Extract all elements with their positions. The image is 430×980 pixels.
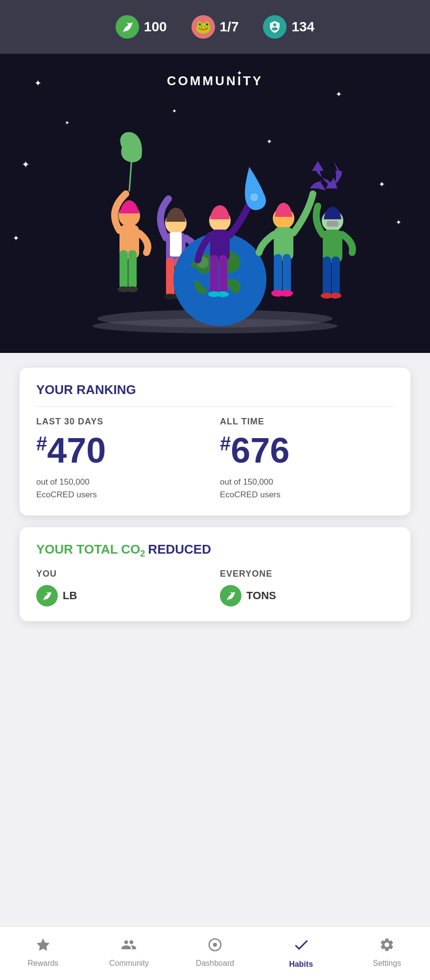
svg-point-29 — [280, 290, 293, 297]
shield-stat: 134 — [263, 15, 314, 39]
community-icon — [121, 937, 137, 956]
shield-icon — [263, 15, 287, 39]
svg-point-7 — [126, 286, 138, 292]
ranking-last-30: LAST 30 DAYS #470 out of 150,000EcoCRED … — [36, 417, 210, 501]
svg-rect-4 — [119, 250, 128, 289]
ranking-divider — [36, 406, 394, 407]
svg-rect-11 — [166, 257, 174, 297]
shield-value: 134 — [291, 19, 314, 35]
leaves-stat: 100 — [116, 15, 167, 39]
ranking-card: YOUR RANKING LAST 30 DAYS #470 out of 15… — [20, 368, 410, 515]
community-illustration — [48, 103, 382, 338]
habits-label: Habits — [289, 960, 313, 969]
leaves-value: 100 — [144, 19, 167, 35]
star-5: ✦ — [22, 159, 30, 170]
frog-value: 1/7 — [220, 19, 239, 35]
co2-you-unit: LB — [63, 589, 77, 602]
co2-everyone-value: TONS — [220, 585, 394, 607]
top-bar: 100 🐸 1/7 134 — [0, 0, 430, 54]
star-3: ✦ — [335, 90, 342, 99]
star-9: ✦ — [13, 233, 19, 243]
ranking-grid: LAST 30 DAYS #470 out of 150,000EcoCRED … — [36, 417, 394, 501]
nav-community[interactable]: Community — [86, 937, 172, 968]
co2-everyone-label: EVERYONE — [220, 569, 394, 579]
settings-icon — [379, 937, 395, 956]
svg-rect-26 — [274, 254, 282, 293]
ranking-desc-1: out of 150,000EcoCRED users — [220, 476, 394, 501]
svg-point-38 — [213, 943, 217, 947]
hero-section: COMMUNITY ✦ ✦ ✦ ✦ ✦ ✦ ✦ ✦ ✦ ✦ ✦ — [0, 54, 430, 353]
frog-stat: 🐸 1/7 — [191, 15, 239, 39]
co2-you-label: YOU — [36, 569, 210, 579]
svg-line-1 — [129, 157, 132, 191]
svg-rect-33 — [323, 257, 331, 296]
ranking-all-time: ALL TIME #676 out of 150,000EcoCRED user… — [220, 417, 394, 501]
svg-rect-34 — [332, 257, 340, 296]
rewards-icon — [35, 937, 51, 956]
rewards-label: Rewards — [27, 959, 58, 968]
svg-rect-31 — [327, 221, 338, 227]
page-title: COMMUNITY — [167, 73, 263, 89]
co2-title-blue: REDUCED — [148, 542, 211, 557]
star-8: ✦ — [396, 218, 402, 226]
characters-svg — [73, 118, 357, 328]
settings-label: Settings — [373, 959, 401, 968]
community-label: Community — [109, 959, 149, 968]
dashboard-label: Dashboard — [196, 959, 234, 968]
frog-icon: 🐸 — [191, 15, 215, 39]
svg-rect-5 — [128, 250, 137, 289]
co2-everyone-icon — [220, 585, 241, 607]
content-spacer — [20, 633, 410, 911]
co2-everyone-column: EVERYONE TONS — [220, 569, 394, 607]
co2-you-column: YOU LB — [36, 569, 210, 607]
nav-rewards[interactable]: Rewards — [0, 937, 86, 968]
svg-rect-19 — [210, 255, 218, 294]
bottom-nav: Rewards Community Dashboard Habits — [0, 926, 430, 980]
svg-point-22 — [217, 291, 229, 297]
star-1: ✦ — [34, 78, 42, 89]
ranking-period-label-0: LAST 30 DAYS — [36, 417, 210, 427]
content-area: YOUR RANKING LAST 30 DAYS #470 out of 15… — [0, 353, 430, 926]
leaves-icon — [116, 15, 139, 39]
ranking-desc-0: out of 150,000EcoCRED users — [36, 476, 210, 501]
habits-icon — [292, 936, 310, 957]
ranking-number-0: #470 — [36, 433, 210, 468]
ranking-period-label-1: ALL TIME — [220, 417, 394, 427]
svg-rect-27 — [283, 254, 291, 293]
nav-habits[interactable]: Habits — [258, 936, 344, 969]
nav-dashboard[interactable]: Dashboard — [172, 937, 258, 968]
ranking-number-1: #676 — [220, 433, 394, 468]
nav-settings[interactable]: Settings — [344, 937, 430, 968]
co2-everyone-unit: TONS — [246, 589, 276, 602]
co2-title-row: YOUR TOTAL CO2 REDUCED — [36, 542, 394, 559]
svg-point-36 — [330, 293, 341, 299]
svg-rect-20 — [219, 255, 227, 294]
co2-you-icon — [36, 585, 58, 607]
svg-rect-10 — [170, 232, 182, 257]
co2-you-value: LB — [36, 585, 210, 607]
co2-title-green: YOUR TOTAL CO2 — [36, 542, 145, 559]
svg-point-23 — [250, 193, 258, 201]
co2-card: YOUR TOTAL CO2 REDUCED YOU LB EVERYONE — [20, 527, 410, 621]
co2-grid: YOU LB EVERYONE TONS — [36, 569, 394, 607]
dashboard-icon — [207, 937, 223, 956]
ranking-card-title: YOUR RANKING — [36, 382, 394, 397]
